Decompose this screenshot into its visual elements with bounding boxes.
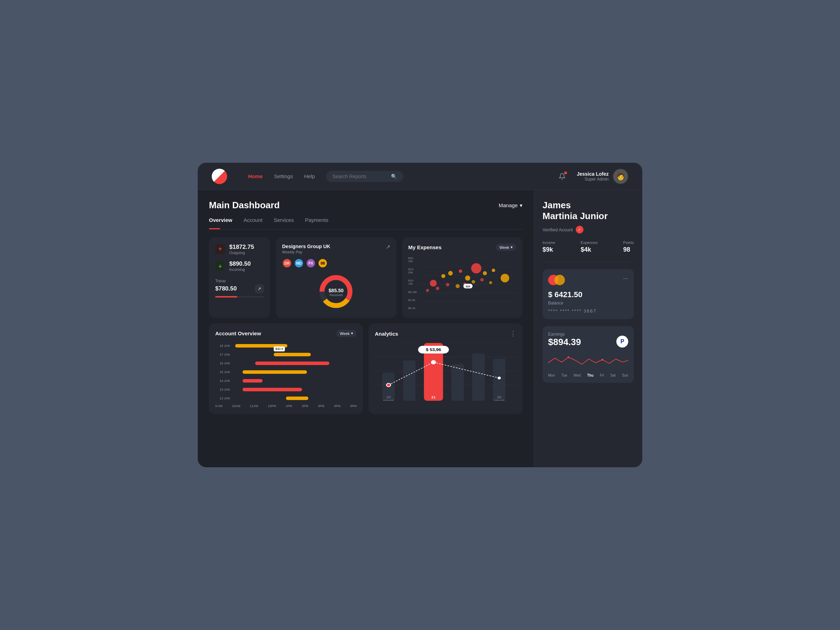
search-icon: 🔍 — [391, 174, 397, 179]
gantt-bar-13jan-red — [243, 388, 302, 391]
days-row: Mon Tue Wed Thu Fri Sat Sun — [548, 373, 628, 377]
svg-point-9 — [430, 279, 437, 287]
svg-point-48 — [497, 376, 501, 380]
gantt-bar-14jan-red — [243, 379, 262, 382]
gantt-time-9am: 9 AM — [215, 404, 223, 408]
incoming-label: Incoming — [229, 267, 251, 272]
gantt-time-3pm: 3PM — [318, 404, 324, 408]
designers-subtitle: Weekly Pay — [282, 250, 330, 254]
gantt-row-12jan: 12 JAN — [215, 395, 357, 401]
svg-rect-36 — [472, 354, 485, 401]
week-selector[interactable]: Week ▾ — [496, 243, 516, 251]
stat-expenses-label: Expences — [581, 240, 597, 245]
expenses-header: My Expenses Week ▾ — [409, 243, 516, 251]
gantt-row-18jan: 18 JAN — [215, 343, 357, 349]
tab-overview[interactable]: Overview — [209, 217, 232, 226]
outgoing-label: Outgoing — [229, 251, 254, 255]
gantt-row-16jan: 16 JAN — [215, 360, 357, 366]
day-tue: Tue — [561, 373, 567, 377]
main-nav: Home Settings Help — [248, 173, 315, 179]
gantt-label-13jan: 13 JAN — [215, 388, 230, 391]
manage-button[interactable]: Manage ▾ — [499, 202, 523, 208]
verified-text: Verified Acount — [543, 227, 573, 232]
dashboard-header: Main Dashboard Manage ▾ — [209, 200, 523, 211]
gantt-row-13jan: 13 JAN — [215, 387, 357, 393]
day-sun: Sun — [622, 373, 628, 377]
outgoing-item: $1872.75 Outgoing — [215, 243, 264, 255]
account-overview-card: Account Overview Week ▾ 18 JAN — [209, 324, 363, 414]
right-panel: JamesMartinia Junior Verified Acount ✓ I… — [534, 190, 642, 467]
verified-row: Verified Acount ✓ — [543, 226, 634, 234]
designers-link-icon[interactable]: ↗ — [386, 243, 390, 250]
topup-label: Topup — [215, 279, 264, 283]
svg-text:21: 21 — [431, 395, 436, 399]
notification-bell[interactable] — [556, 170, 568, 183]
donut-label: $85.50 Received — [328, 288, 344, 297]
svg-text:25: 25 — [497, 395, 501, 399]
nav-home[interactable]: Home — [248, 173, 263, 179]
nav-help[interactable]: Help — [304, 173, 315, 179]
svg-point-10 — [441, 274, 445, 278]
svg-point-14 — [471, 263, 481, 273]
svg-point-22 — [489, 281, 492, 284]
analytics-more-button[interactable]: ⋮ — [510, 330, 516, 337]
topup-progress-fill — [215, 296, 237, 297]
svg-text:August: August — [427, 399, 440, 401]
analytics-svg: $ 53,96 23 March 21 August 25 March — [375, 343, 516, 401]
search-input[interactable] — [333, 174, 387, 179]
topup-button[interactable]: ↗ — [255, 284, 264, 293]
topup-progress-bar — [215, 296, 264, 297]
overview-week-selector[interactable]: Week ▾ — [336, 330, 357, 337]
svg-point-12 — [458, 270, 462, 273]
gantt-time-2pm: 2PM — [302, 404, 308, 408]
incoming-amount: $890.50 — [229, 261, 251, 267]
logo-icon[interactable] — [212, 169, 227, 184]
earnings-header-left: Earnings $894.39 — [548, 332, 581, 351]
gantt-track-16jan — [233, 360, 357, 366]
svg-text:March: March — [383, 399, 394, 401]
tab-account[interactable]: Account — [243, 217, 262, 226]
outgoing-info: $1872.75 Outgoing — [229, 243, 254, 255]
gantt-track-13jan — [233, 387, 357, 393]
earnings-label: Earnings — [548, 332, 581, 337]
gantt-bar-15jan-yellow — [243, 370, 307, 374]
svg-point-50 — [601, 359, 603, 360]
nav-settings[interactable]: Settings — [274, 173, 293, 179]
gantt-time-12pm: 12PM — [268, 404, 276, 408]
header: Home Settings Help 🔍 Jessica Lofez Super… — [198, 163, 642, 190]
donut-amount: $85.50 — [328, 288, 344, 293]
user-role: Super Admin — [577, 177, 609, 182]
svg-point-21 — [480, 278, 484, 281]
svg-point-11 — [448, 271, 453, 275]
gantt-track-14jan — [233, 377, 357, 384]
stat-income: Income $9k — [543, 240, 555, 253]
earnings-chart — [548, 352, 628, 370]
incoming-item: $890.50 Incoming — [215, 261, 264, 272]
tab-payments[interactable]: Payments — [305, 217, 328, 226]
gantt-row-17jan: 17 JAN $30.5 — [215, 351, 357, 358]
svg-point-23 — [446, 283, 449, 286]
card-more-button[interactable]: ··· — [623, 275, 628, 282]
tab-services[interactable]: Services — [274, 217, 294, 226]
day-thu: Thu — [587, 373, 593, 377]
mc-orange-circle — [554, 275, 565, 285]
card-amount: $ 6421.50 — [548, 290, 628, 299]
svg-point-46 — [387, 383, 391, 387]
svg-point-25 — [426, 289, 429, 292]
gantt-bar-16jan-red — [255, 362, 329, 365]
topup-section: Topup $780.50 ↗ — [215, 279, 264, 297]
designers-header: Designers Group UK Weekly Pay ↗ — [282, 243, 390, 254]
svg-point-15 — [483, 271, 486, 275]
analytics-card: Analytics ⋮ — [369, 324, 523, 414]
gantt-label-15jan: 15 JAN — [215, 370, 230, 374]
header-right: Jessica Lofez Super Admin 🧑 — [556, 169, 628, 184]
avatar[interactable]: 🧑 — [613, 169, 628, 184]
avatar-row: DR MD PX 08 — [282, 258, 390, 268]
avatar-px: PX — [306, 258, 316, 268]
analytics-title: Analytics — [375, 331, 398, 337]
overview-title: Account Overview — [215, 330, 261, 336]
gantt-label-18jan: 18 JAN — [215, 344, 230, 347]
stat-points-label: Points — [623, 240, 634, 245]
search-bar: 🔍 — [326, 171, 403, 182]
day-wed: Wed — [574, 373, 581, 377]
